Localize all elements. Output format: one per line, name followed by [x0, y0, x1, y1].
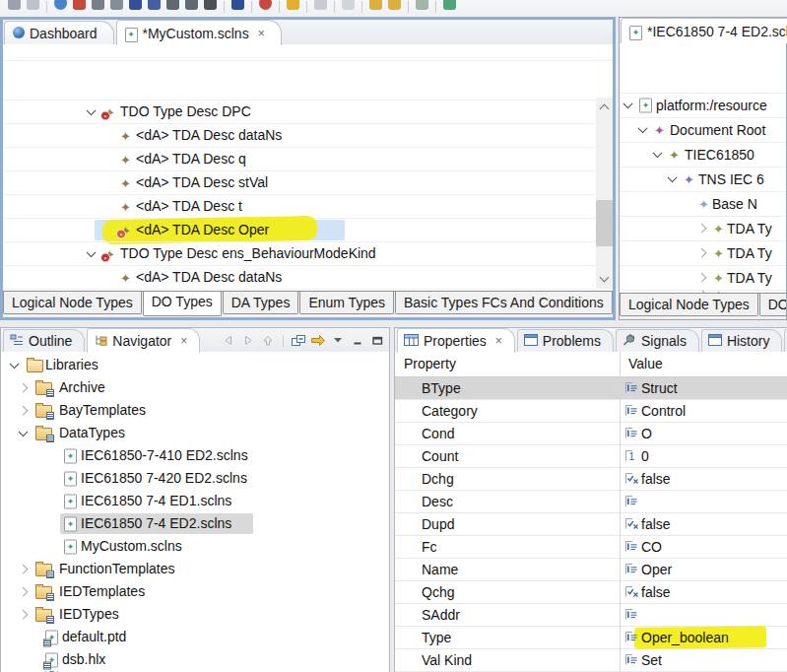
editor-bottom-tab[interactable]: Logical Node Types	[620, 294, 758, 316]
image-icon[interactable]	[314, 0, 327, 10]
validate-icon[interactable]	[73, 0, 86, 10]
navigator-item[interactable]: BayTemplates	[1, 399, 389, 422]
clipboard-icon[interactable]	[342, 0, 355, 10]
search-alt-icon[interactable]	[185, 0, 198, 10]
property-value[interactable]: false	[641, 468, 671, 490]
property-value[interactable]: Control	[641, 400, 686, 422]
property-value[interactable]: Set	[641, 649, 662, 671]
property-row[interactable]: NameOper	[395, 559, 787, 581]
navigator-item[interactable]: ✦IEC61850 7-420 ED2.sclns	[1, 467, 389, 490]
expander-collapsed-icon[interactable]	[19, 382, 29, 392]
property-value[interactable]: Oper_boolean	[641, 627, 729, 648]
expander-expanded-icon[interactable]	[87, 247, 97, 257]
close-icon[interactable]: ×	[495, 335, 502, 347]
export-icon[interactable]	[92, 0, 104, 10]
forward-icon[interactable]	[239, 331, 257, 349]
property-value[interactable]: O	[641, 423, 652, 444]
property-value[interactable]: Struct	[641, 377, 678, 399]
navigator-item[interactable]: FunctionTemplates	[1, 558, 389, 580]
tree-item[interactable]: ✦<dA> TDA Desc stVal	[3, 170, 596, 194]
tree-item[interactable]: ✦×TDO Type Desc ens_BehaviourModeKind	[3, 241, 596, 265]
navigator-item[interactable]: ✦IEC61850 7-4 ED2.sclns	[1, 512, 389, 535]
editor-bottom-tab[interactable]: DA Types	[223, 292, 299, 314]
expander-expanded-icon[interactable]	[87, 105, 97, 115]
link-editor-icon[interactable]	[309, 331, 327, 349]
tree-item[interactable]: ✦TNS IEC 6	[620, 167, 786, 191]
navigator-item[interactable]: ✦IEC61850 7-4 ED1.sclns	[1, 490, 389, 512]
tree-item[interactable]: ✦<dA> TDA Desc q	[3, 147, 596, 170]
redo-icon[interactable]	[388, 0, 401, 10]
editor-tab[interactable]: ✦*IEC61850 7-4 ED2.scln	[621, 18, 787, 43]
expander-collapsed-icon[interactable]	[697, 248, 707, 258]
column-divider[interactable]	[620, 352, 621, 672]
expander-expanded-icon[interactable]	[10, 359, 20, 369]
view-tab[interactable]: Outline	[3, 329, 85, 352]
property-row[interactable]: CondO	[395, 423, 787, 445]
property-row[interactable]: FcCO	[395, 536, 787, 559]
property-row[interactable]: Dupdfalse	[395, 513, 787, 536]
navigator-item[interactable]: ✦dsb.hlx	[1, 648, 389, 671]
view-tab[interactable]: History	[701, 329, 783, 352]
flag-icon[interactable]	[129, 0, 142, 10]
collapse-all-icon[interactable]	[290, 331, 307, 349]
undo-icon[interactable]	[369, 0, 382, 10]
scroll-down-icon[interactable]	[600, 273, 610, 283]
navigator-item[interactable]: IEDTemplates	[1, 580, 389, 603]
expander-collapsed-icon[interactable]	[19, 405, 29, 415]
tree-item[interactable]: ✦TIEC61850	[620, 142, 786, 167]
database-icon[interactable]	[231, 0, 244, 10]
search-icon[interactable]	[166, 0, 179, 10]
expander-expanded-icon[interactable]	[623, 99, 633, 108]
editor-tab[interactable]: ✦*MyCustom.sclns×	[116, 20, 282, 45]
editor-bottom-tab[interactable]: DO Types	[143, 291, 222, 316]
property-value[interactable]: false	[641, 513, 671, 535]
editor-bottom-tab[interactable]: Basic Types FCs And Conditions	[395, 292, 613, 314]
minimize-icon[interactable]	[349, 331, 366, 349]
close-icon[interactable]: ×	[180, 335, 187, 347]
property-row[interactable]: Val KindSet	[395, 649, 787, 672]
view-tab[interactable]: Navigator×	[87, 328, 200, 353]
tree-item[interactable]: ✦×TDO Type Desc DPC	[3, 100, 596, 123]
navigator-item[interactable]: ✦IEC61850-7-410 ED2.sclns	[1, 444, 389, 467]
property-value[interactable]: 0	[641, 445, 649, 467]
tree-item[interactable]: ✦Document Root	[620, 117, 786, 142]
stop-icon[interactable]	[204, 0, 217, 10]
save-all-icon[interactable]	[27, 0, 39, 10]
scrollbar-thumb[interactable]	[596, 200, 613, 246]
back-icon[interactable]	[220, 331, 237, 349]
expander-collapsed-icon[interactable]	[697, 273, 707, 283]
expander-expanded-icon[interactable]	[638, 123, 648, 133]
navigator-item[interactable]: Libraries	[1, 354, 389, 376]
tree-item[interactable]: ✦Base N	[620, 191, 786, 216]
view-menu-icon[interactable]	[329, 331, 347, 349]
editor-bottom-tab[interactable]: DO	[759, 294, 786, 316]
property-row[interactable]: TypeOper_boolean	[395, 627, 787, 649]
property-value[interactable]: false	[641, 581, 671, 603]
property-value[interactable]: CO	[641, 536, 662, 558]
flag-alt-icon[interactable]	[148, 0, 161, 10]
property-value[interactable]: Oper	[641, 559, 672, 580]
forward-nav-icon[interactable]	[416, 0, 428, 10]
expander-expanded-icon[interactable]	[19, 427, 29, 437]
scroll-up-icon[interactable]	[600, 104, 610, 114]
run-icon[interactable]	[287, 0, 299, 10]
view-tab[interactable]: Signals	[616, 329, 699, 352]
property-row[interactable]: Dchgfalse	[395, 468, 787, 491]
new-scl-icon[interactable]	[443, 0, 456, 10]
property-row[interactable]: Qchgfalse	[395, 581, 787, 604]
tree-item[interactable]: ✦platform:/resource	[620, 93, 786, 117]
tree-item[interactable]: ✦<dA> TDA Desc dataNs	[3, 265, 596, 289]
navigator-item[interactable]: ✦MyCustom.sclns	[1, 535, 389, 558]
navigator-item[interactable]: DataTypes	[1, 422, 389, 444]
navigator-item[interactable]: Archive	[1, 376, 389, 399]
view-tab[interactable]: Problems	[517, 329, 614, 352]
property-row[interactable]: CategoryControl	[395, 400, 787, 423]
expander-collapsed-icon[interactable]	[19, 564, 29, 573]
editor-bottom-tab[interactable]: Enum Types	[299, 292, 394, 314]
navigator-item[interactable]: IEDTypes	[1, 603, 389, 626]
property-row[interactable]: SAddr	[395, 604, 787, 627]
tree-item[interactable]: ✦<dA> TDA Desc t	[3, 194, 596, 218]
expander-collapsed-icon[interactable]	[19, 586, 29, 596]
browse-icon[interactable]	[54, 0, 67, 10]
navigator-item[interactable]: ✦default.ptd	[1, 626, 389, 648]
